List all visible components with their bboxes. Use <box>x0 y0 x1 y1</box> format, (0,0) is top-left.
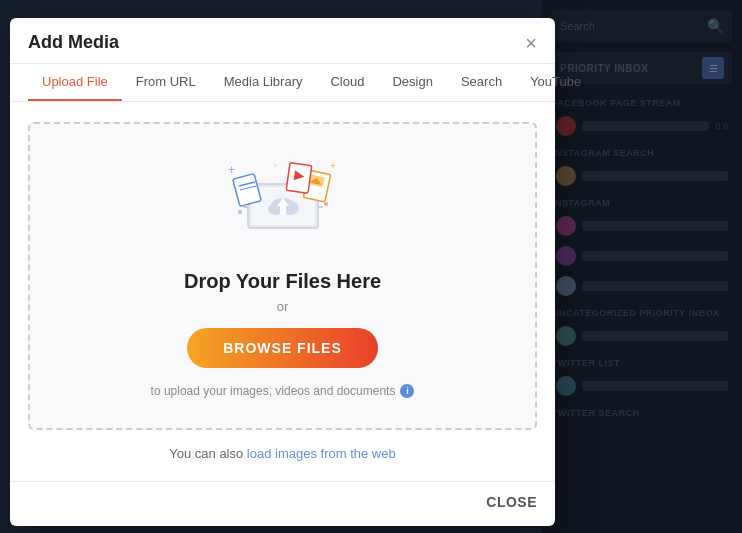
load-web-text: You can also load images from the web <box>28 446 537 461</box>
upload-illustration: + + × × <box>218 154 348 254</box>
upload-note-text: to upload your images, videos and docume… <box>151 384 396 398</box>
svg-point-19 <box>324 202 328 206</box>
modal-close-button[interactable]: × <box>525 33 537 53</box>
modal-body: + + × × Drop Your Files Here or BROWSE F… <box>10 102 555 481</box>
modal-header: Add Media × <box>10 18 555 64</box>
drop-or-text: or <box>277 299 289 314</box>
svg-rect-8 <box>232 174 260 207</box>
tab-search[interactable]: Search <box>447 64 516 101</box>
svg-text:×: × <box>318 189 323 198</box>
info-icon: i <box>400 384 414 398</box>
modal-title: Add Media <box>28 32 119 53</box>
upload-note: to upload your images, videos and docume… <box>151 384 415 398</box>
tab-from-url[interactable]: From URL <box>122 64 210 101</box>
load-web-prefix: You can also <box>169 446 247 461</box>
footer-close-button[interactable]: CLOSE <box>486 494 537 510</box>
svg-text:+: + <box>228 163 235 177</box>
tab-design[interactable]: Design <box>378 64 446 101</box>
drop-zone[interactable]: + + × × Drop Your Files Here or BROWSE F… <box>28 122 537 430</box>
svg-text:+: + <box>330 160 336 171</box>
modal-tabs: Upload File From URL Media Library Cloud… <box>10 64 555 102</box>
svg-text:×: × <box>273 161 278 170</box>
svg-point-18 <box>238 210 242 214</box>
tab-media-library[interactable]: Media Library <box>210 64 317 101</box>
drop-heading: Drop Your Files Here <box>184 270 381 293</box>
add-media-modal: Add Media × Upload File From URL Media L… <box>10 18 555 526</box>
load-web-link[interactable]: load images from the web <box>247 446 396 461</box>
tab-upload-file[interactable]: Upload File <box>28 64 122 101</box>
tab-cloud[interactable]: Cloud <box>316 64 378 101</box>
browse-files-button[interactable]: BROWSE FILES <box>187 328 378 368</box>
tab-youtube[interactable]: YouTube <box>516 64 595 101</box>
modal-footer: CLOSE <box>10 481 555 526</box>
